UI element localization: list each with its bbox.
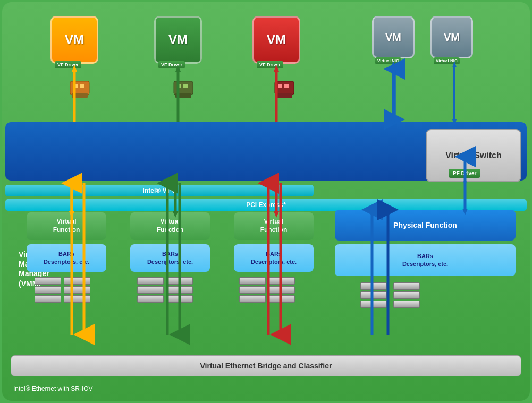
virtual-function-1: VirtualFunction (27, 212, 106, 240)
svg-rect-6 (177, 84, 181, 88)
disk-stack-3 (137, 277, 164, 304)
pci-label: PCI Express* (246, 201, 286, 209)
disk-stack-7 (360, 282, 387, 310)
svg-rect-9 (276, 93, 292, 98)
vf-driver-1: VF Driver (55, 61, 81, 68)
nic-card-green (173, 79, 194, 110)
disk-stack-1 (35, 277, 61, 304)
vm4-box: VM (372, 16, 415, 58)
disk-stack-5 (239, 277, 266, 304)
vtd-label: Intel® VT-d (143, 187, 176, 194)
virtual-switch-label: Virtual Switch (445, 151, 502, 160)
vm3-box: VM (252, 16, 300, 64)
svg-rect-2 (73, 84, 78, 88)
disk-stack-4 (166, 277, 193, 304)
svg-rect-1 (72, 93, 88, 98)
vm3-label: VM (267, 32, 286, 47)
bars-box-3: BARsDescriptors, etc. (234, 244, 314, 272)
vf-driver-2: VF Driver (158, 61, 185, 68)
vtd-bar: Intel® VT-d (5, 185, 314, 196)
veb-bar: Virtual Ethernet Bridge and Classifier (11, 355, 521, 376)
svg-rect-7 (183, 84, 188, 88)
svg-rect-3 (80, 84, 84, 88)
disk-stack-8 (393, 282, 420, 310)
vm4-label: VM (385, 31, 401, 44)
nic-card-yellow (69, 79, 90, 110)
virtual-function-3: VirtualFunction (234, 212, 314, 240)
bars-box-pf: BARsDescriptors, etc. (335, 244, 516, 276)
vm1-label: VM (65, 32, 84, 47)
vm5-box: VM (430, 16, 473, 58)
svg-rect-11 (284, 84, 289, 88)
virtual-function-2: VirtualFunction (130, 212, 210, 240)
vm2-label: VM (168, 32, 188, 47)
svg-rect-8 (275, 81, 294, 95)
bars-box-2: BARsDescriptors, etc. (130, 244, 210, 272)
svg-rect-4 (174, 81, 193, 95)
svg-rect-0 (70, 81, 89, 95)
veb-label: Virtual Ethernet Bridge and Classifier (200, 362, 332, 370)
svg-rect-10 (278, 84, 282, 88)
virtual-nic-1: Virtual NIC (375, 57, 401, 64)
pf-driver-badge: PF Driver (449, 169, 480, 178)
bars-box-1: BARsDescriptors, etc. (27, 244, 106, 272)
disk-stack-6 (268, 277, 295, 304)
physical-function-box: Physical Function (335, 210, 516, 241)
vf-driver-3: VF Driver (257, 61, 283, 68)
virtual-nic-2: Virtual NIC (434, 57, 460, 64)
vm1-box: VM (50, 16, 98, 64)
disk-stack-2 (64, 277, 90, 304)
pci-bar: PCI Express* (5, 199, 527, 211)
vm2-box: VM (154, 16, 202, 64)
physical-function-label: Physical Function (393, 221, 457, 229)
svg-rect-5 (175, 93, 191, 98)
nic-card-red (274, 79, 295, 110)
vm5-label: VM (444, 31, 460, 44)
bottom-label: Intel® Ethernet with SR-IOV (13, 385, 93, 392)
